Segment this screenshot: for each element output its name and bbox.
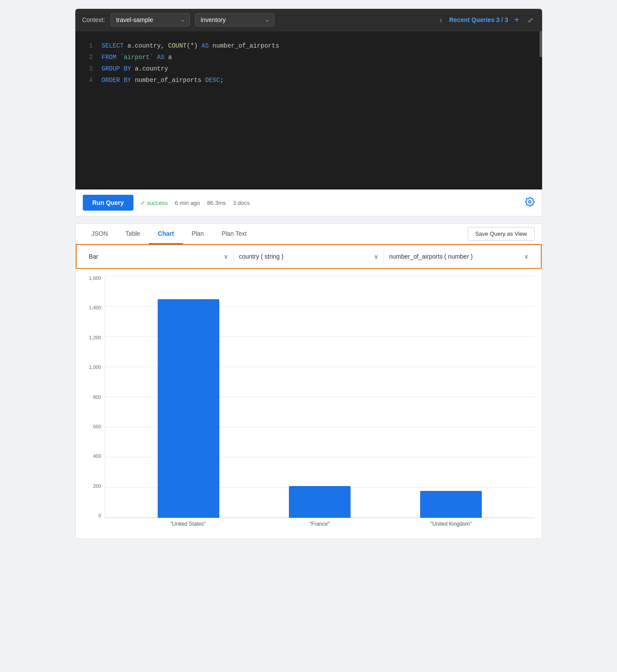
bar-wrapper — [271, 276, 368, 518]
context-select[interactable]: travel-sample beer-sample gamesim-sample — [111, 13, 190, 26]
context-label: Context: — [82, 16, 105, 23]
tab-chart[interactable]: Chart — [149, 224, 183, 244]
y-axis-select[interactable]: number_of_airports ( number ) ∨ — [389, 253, 528, 260]
run-bar: Run Query ✓ success 6 min ago 86.3ms 3 d… — [75, 189, 542, 216]
line-content: GROUP BY a.country — [102, 63, 168, 74]
status-success: ✓ success — [140, 200, 168, 206]
line-number: 1 — [84, 40, 93, 52]
code-line: 2FROM `airport` AS a — [84, 52, 533, 63]
tab-table[interactable]: Table — [117, 224, 149, 244]
tabs-bar: JSON Table Chart Plan Plan Text Save Que… — [76, 224, 542, 244]
line-content: ORDER BY number_of_airports DESC; — [102, 74, 224, 86]
code-token: GROUP BY — [102, 65, 135, 72]
code-line: 1SELECT a.country, COUNT(*) AS number_of… — [84, 40, 533, 52]
bar-wrapper — [403, 276, 499, 518]
code-token: a.country, — [127, 42, 168, 49]
chart-type-chevron: ∨ — [224, 253, 228, 260]
y-axis-label: 0 — [98, 513, 101, 518]
chart-type-select[interactable]: Bar ∨ — [89, 253, 228, 260]
code-token: ORDER BY — [102, 77, 135, 84]
y-axis-control[interactable]: number_of_airports ( number ) ∨ — [384, 250, 534, 263]
y-axis-label: 800 — [93, 395, 101, 400]
editor-scrollbar[interactable] — [539, 31, 542, 57]
x-axis-labels: "United States""France""United Kingdom" — [105, 518, 535, 531]
code-token: AS — [157, 54, 168, 61]
run-query-button[interactable]: Run Query — [83, 195, 134, 211]
code-token: AS — [201, 42, 212, 49]
chart-container: 02004006008001,0001,2001,4001,600 "Unite… — [83, 276, 535, 531]
x-axis-select[interactable]: country ( string ) ∨ — [239, 253, 378, 260]
code-token: SELECT — [102, 42, 128, 49]
code-editor[interactable]: 1SELECT a.country, COUNT(*) AS number_of… — [75, 31, 542, 189]
y-axis-chevron: ∨ — [524, 253, 528, 260]
nav-controls: ‹ Recent Queries 3 / 3 + ⤢ — [437, 14, 535, 26]
code-token: number_of_airports — [213, 42, 279, 49]
bars-container — [105, 276, 535, 518]
x-axis-label: "United States" — [140, 518, 236, 531]
code-token: FROM — [102, 54, 120, 61]
y-axis-label: 1,000 — [89, 365, 101, 370]
duration: 86.3ms — [207, 200, 226, 206]
bar[interactable] — [289, 486, 351, 518]
settings-button[interactable] — [525, 197, 535, 209]
y-axis-label: number_of_airports ( number ) — [389, 253, 473, 260]
bucket-select[interactable]: inventory travel-sample _default — [195, 13, 274, 26]
tab-plan-text[interactable]: Plan Text — [213, 224, 255, 244]
success-text: success — [147, 200, 168, 206]
y-axis-label: 1,600 — [89, 276, 101, 281]
tab-plan[interactable]: Plan — [183, 224, 213, 244]
y-axis-label: 1,200 — [89, 335, 101, 340]
code-token: ; — [220, 77, 223, 84]
x-axis-label: "United Kingdom" — [403, 518, 499, 531]
code-token: a.country — [135, 65, 168, 72]
results-panel: JSON Table Chart Plan Plan Text Save Que… — [75, 223, 542, 539]
recent-queries-label: Recent Queries 3 / 3 — [449, 16, 508, 23]
code-token: DESC — [205, 77, 220, 84]
code-token: a — [168, 54, 172, 61]
code-token: (*) — [187, 42, 202, 49]
chart-type-control[interactable]: Bar ∨ — [84, 250, 234, 263]
x-axis-label: "France" — [271, 518, 368, 531]
chart-controls: Bar ∨ country ( string ) ∨ number_of_air… — [76, 244, 542, 269]
y-axis-label: 200 — [93, 484, 101, 489]
chart-type-label: Bar — [89, 253, 99, 260]
save-query-as-view-button[interactable]: Save Query as View — [468, 227, 535, 241]
bar[interactable] — [158, 299, 219, 518]
time-ago: 6 min ago — [175, 200, 200, 206]
x-axis-control[interactable]: country ( string ) ∨ — [234, 250, 384, 263]
success-icon: ✓ — [140, 200, 145, 206]
bar-wrapper — [140, 276, 237, 518]
line-number: 4 — [84, 74, 93, 86]
code-line: 3GROUP BY a.country — [84, 63, 533, 74]
x-axis-chevron: ∨ — [374, 253, 378, 260]
line-content: FROM `airport` AS a — [102, 52, 172, 63]
line-number: 2 — [84, 52, 93, 63]
code-line: 4ORDER BY number_of_airports DESC; — [84, 74, 533, 86]
code-token: number_of_airports — [135, 77, 205, 84]
doc-count: 3 docs — [233, 200, 250, 206]
expand-button[interactable]: ⤢ — [526, 15, 535, 25]
gear-icon — [525, 197, 535, 207]
y-axis-label: 400 — [93, 454, 101, 459]
nav-prev-button[interactable]: ‹ — [437, 15, 445, 26]
chart-inner — [105, 276, 535, 518]
line-content: SELECT a.country, COUNT(*) AS number_of_… — [102, 40, 279, 52]
bucket-select-wrapper[interactable]: inventory travel-sample _default — [195, 13, 274, 26]
y-axis-label: 600 — [93, 424, 101, 429]
code-token: COUNT — [168, 42, 187, 49]
y-axis-label: 1,400 — [89, 305, 101, 310]
context-select-wrapper[interactable]: travel-sample beer-sample gamesim-sample — [111, 13, 190, 26]
bar[interactable] — [420, 491, 482, 518]
context-bar: Context: travel-sample beer-sample games… — [75, 9, 542, 31]
x-axis-label: country ( string ) — [239, 253, 284, 260]
chart-area: 02004006008001,0001,2001,4001,600 "Unite… — [76, 269, 542, 538]
line-number: 3 — [84, 63, 93, 74]
code-token: `airport` — [120, 54, 157, 61]
svg-point-0 — [528, 200, 531, 203]
y-axis: 02004006008001,0001,2001,4001,600 — [83, 276, 105, 518]
nav-plus-button[interactable]: + — [513, 14, 521, 26]
code-editor-wrapper: 1SELECT a.country, COUNT(*) AS number_of… — [75, 31, 542, 189]
tab-json[interactable]: JSON — [83, 224, 117, 244]
